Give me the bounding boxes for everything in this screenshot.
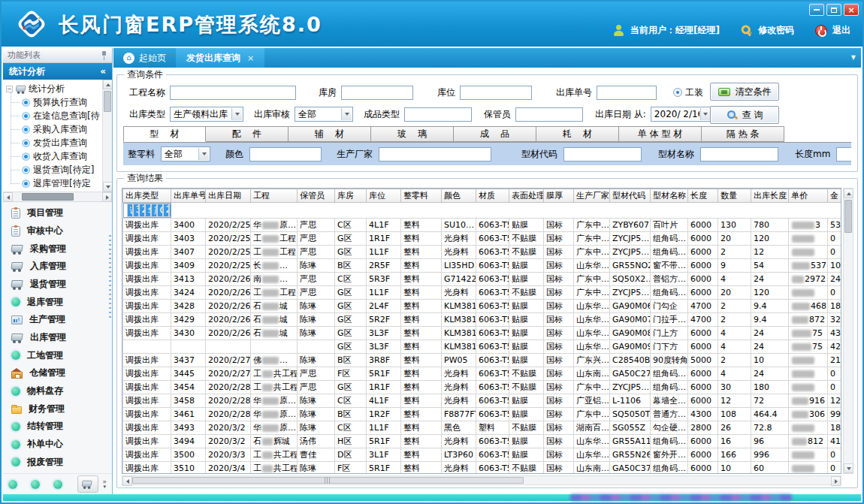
logout-link[interactable]: 退出 [832, 24, 850, 37]
dot-icon[interactable] [31, 480, 40, 489]
search-button[interactable]: 查 询 [710, 106, 779, 124]
tree-vertical-scrollbar[interactable] [102, 80, 112, 192]
material-tab[interactable]: 配 件 [206, 126, 289, 142]
table-row[interactable]: 调拨出库34452020/2/27工共工程严思F区5R1F整料光身料6063-T… [123, 367, 842, 381]
out-type-select[interactable]: 生产领料出库 [170, 107, 243, 122]
material-tab[interactable]: 成 品 [454, 126, 536, 142]
grid-horizontal-scrollbar[interactable] [122, 475, 841, 485]
clear-conditions-button[interactable]: 清空条件 [710, 83, 779, 101]
column-header[interactable]: 库房 [335, 189, 367, 203]
length-input[interactable] [836, 147, 851, 161]
column-header[interactable]: 单价 [789, 189, 828, 203]
sidebar-menu-item[interactable]: 报废管理 [3, 453, 112, 471]
table-row[interactable]: 调拨出库34612020/2/28华原…陈琳B区1R2F整料F8877FT606… [123, 408, 842, 421]
scroll-thumb[interactable] [104, 91, 111, 112]
scroll-down-icon[interactable] [844, 463, 853, 473]
tree-item[interactable]: 收货入库查询 [11, 149, 101, 163]
change-password-link[interactable]: 修改密码 [758, 24, 794, 37]
column-header[interactable]: 出库单号 [171, 189, 206, 203]
tree-root[interactable]: 统计分析 [6, 82, 101, 95]
scroll-down-icon[interactable] [103, 182, 112, 192]
product-type-input[interactable] [404, 107, 472, 122]
sidebar-menu-item[interactable]: 仓储管理 [3, 364, 112, 382]
sidebar-menu-item[interactable]: 采购管理 [3, 240, 112, 258]
scroll-up-icon[interactable] [103, 80, 112, 89]
sidebar-menu-item[interactable]: 出库管理 [3, 329, 112, 347]
tab-shipping-outbound-query[interactable]: 发货出库查询 × [176, 48, 264, 68]
material-tab[interactable]: 型 材 [123, 126, 206, 142]
material-tab[interactable]: 玻 璃 [371, 126, 454, 142]
column-header[interactable]: 出库长度 [751, 189, 789, 203]
table-row[interactable]: 调拨出库34942020/3/2石辉城汤伟H区5R1F整料光身料6063-T5贴… [123, 435, 842, 448]
scroll-up-icon[interactable] [844, 189, 853, 198]
dot-icon[interactable] [8, 480, 17, 489]
tab-overflow-caret-icon[interactable]: ▼ [851, 54, 856, 61]
sidebar-menu-item[interactable]: 财务管理 [3, 400, 112, 418]
column-header[interactable]: 型材代码 [610, 189, 651, 203]
scroll-left-icon[interactable] [122, 476, 132, 486]
table-row[interactable]: 调拨出库34242020/2/26工工程严思G区1L1F整料光身料6063-T5… [123, 286, 842, 300]
tree-item[interactable]: 采购入库查询 [11, 122, 101, 136]
column-header[interactable]: 数量 [718, 189, 751, 203]
column-header[interactable]: 工程 [251, 189, 298, 203]
minimize-button[interactable] [809, 4, 824, 16]
sidebar-menu-item[interactable]: 退库管理 [3, 293, 112, 311]
table-row[interactable]: 调拨出库34032020/2/25工工程严思G区1R1F整料光身料6063-T5… [123, 232, 842, 246]
radio-gongzhuang[interactable] [673, 88, 682, 97]
table-row[interactable]: 调拨出库34302020/2/26石城陈琳G区3L3F整料KLM38176063… [123, 327, 842, 340]
sidebar-menu-item[interactable]: 工地管理 [3, 346, 112, 364]
profile-code-input[interactable] [563, 147, 642, 161]
tree-horizontal-scrollbar[interactable] [3, 192, 112, 202]
sidebar-menu-item[interactable]: 结转管理 [3, 418, 112, 436]
column-header[interactable]: 整零料 [401, 189, 442, 203]
tab-home[interactable]: 起始页 [113, 48, 176, 68]
grid-vertical-scrollbar[interactable] [843, 188, 853, 474]
column-header[interactable]: 材质 [476, 189, 509, 203]
scroll-right-icon[interactable] [831, 476, 841, 486]
column-header[interactable]: 保管员 [298, 189, 335, 203]
profile-name-input[interactable] [700, 147, 778, 161]
tree-item[interactable]: 在途信息查询[待 [11, 109, 101, 122]
sidebar-group-header[interactable]: 统计分析 « [3, 63, 112, 80]
sidebar-menu-item[interactable]: 入库管理 [3, 258, 112, 276]
scroll-thumb[interactable] [844, 200, 852, 233]
table-row[interactable]: 调拨出库35102020/3/4工共工程陈琳F区5R1F整料光身料6063-T5… [123, 462, 842, 475]
sidebar-menu-item[interactable]: 项目管理 [3, 204, 112, 222]
table-row[interactable]: 调拨出库34932020/3/2华原…陈琳C区1L1F整料黑色塑料不贴膜国标湖南… [123, 421, 842, 435]
tree-expander-icon[interactable] [6, 86, 13, 92]
column-header[interactable]: 长度 [688, 189, 718, 203]
sidebar-menu-item[interactable]: 审核中心 [3, 222, 112, 240]
close-button[interactable]: × [844, 4, 859, 16]
material-tab[interactable]: 辅 材 [289, 126, 371, 142]
table-row[interactable]: G区3L3F整料KLM38176063-T5贴膜国标山东华…GA90M09…门下… [123, 340, 842, 354]
date-from-picker[interactable]: 2020/ 2/16 [651, 107, 710, 122]
column-header[interactable]: 表面处理 [509, 189, 544, 203]
factory-input[interactable] [379, 147, 491, 161]
cart-quick-button[interactable] [77, 475, 98, 493]
radio-gongzhuang-label[interactable]: 工装 [685, 86, 703, 99]
dot-icon[interactable] [53, 480, 62, 489]
scroll-track[interactable] [844, 198, 853, 463]
sidebar-overflow-button[interactable]: » ▾ [102, 479, 107, 490]
table-row[interactable]: 调拨出库33992020/2/25华原…严思C区2L1F整料SU10…6063-… [123, 203, 171, 218]
column-header[interactable]: 金 [828, 189, 842, 203]
column-header[interactable]: 膜厚 [544, 189, 574, 203]
material-tab[interactable]: 单 体 型 材 [619, 126, 702, 142]
column-header[interactable]: 颜色 [442, 189, 476, 203]
scroll-left-icon[interactable] [3, 192, 13, 202]
order-no-input[interactable] [597, 86, 657, 100]
scroll-track[interactable] [103, 89, 112, 182]
table-row[interactable]: 调拨出库34372020/2/27佛…陈琳B区3R8F整料PW056063-T5… [123, 354, 842, 367]
scroll-thumb[interactable] [22, 193, 74, 201]
project-name-input[interactable] [170, 86, 296, 100]
tab-close-icon[interactable]: × [247, 53, 254, 63]
scroll-right-icon[interactable] [102, 192, 112, 202]
column-header[interactable]: 生产厂家 [574, 189, 610, 203]
scroll-track[interactable] [132, 476, 831, 484]
column-header[interactable]: 出库类型 [123, 189, 171, 203]
table-row[interactable]: 调拨出库34072020/2/25工工程严思G区1L1F整料光身料6063-T5… [123, 246, 842, 259]
audit-select[interactable]: 全部 [295, 107, 353, 122]
maximize-button[interactable] [826, 4, 841, 16]
table-row[interactable]: 调拨出库34002020/2/25华原…严思C区4L1F整料SU10…6063-… [123, 219, 842, 232]
location-input[interactable] [460, 86, 532, 100]
